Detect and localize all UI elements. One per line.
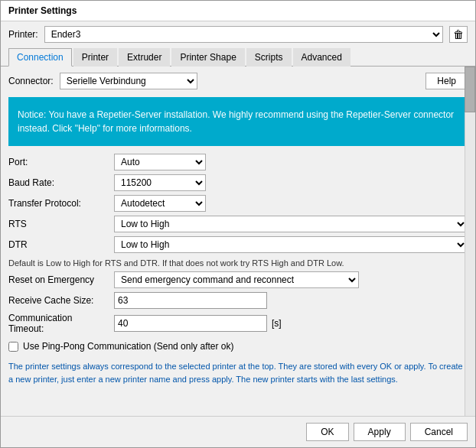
port-select[interactable]: Auto (114, 154, 206, 170)
tab-printer-shape[interactable]: Printer Shape (171, 48, 244, 67)
reset-select[interactable]: Send emergency command and reconnect (114, 271, 359, 288)
notice-text: Notice: You have a Repetier-Server insta… (18, 109, 454, 134)
cache-input[interactable] (114, 292, 267, 309)
dialog-title: Printer Settings (1, 1, 475, 21)
transfer-field: Autodetect (114, 195, 468, 212)
transfer-select[interactable]: Autodetect (114, 195, 206, 212)
tab-content: Connector: Serielle Verbindung Help Noti… (1, 67, 475, 391)
baud-select[interactable]: 115200 (114, 174, 206, 191)
notice-box: Notice: You have a Repetier-Server insta… (8, 97, 468, 146)
connector-left: Connector: Serielle Verbindung (8, 73, 197, 89)
dtr-field: Low to High (114, 236, 468, 253)
dtr-label: DTR (8, 239, 108, 250)
apply-button[interactable]: Apply (354, 423, 406, 441)
pingpong-checkbox[interactable] (8, 342, 18, 352)
timeout-unit: [s] (272, 318, 282, 329)
reset-label: Reset on Emergency (8, 274, 108, 285)
transfer-label: Transfer Protocol: (8, 198, 108, 209)
tab-extruder[interactable]: Extruder (119, 48, 170, 67)
delete-printer-button[interactable]: 🗑 (449, 26, 468, 43)
rts-dtr-hint: Default is Low to High for RTS and DTR. … (8, 258, 468, 268)
cache-field (114, 292, 468, 309)
connector-row: Connector: Serielle Verbindung Help (8, 73, 468, 89)
scrollbar-track[interactable] (465, 67, 475, 416)
cancel-button[interactable]: Cancel (410, 423, 468, 441)
ok-button[interactable]: OK (306, 423, 348, 441)
connector-select[interactable]: Serielle Verbindung (60, 73, 197, 89)
tab-printer[interactable]: Printer (73, 48, 117, 67)
timeout-field: [s] (114, 315, 468, 332)
baud-field: 115200 (114, 174, 468, 191)
printer-label: Printer: (8, 29, 38, 40)
tabs-bar: Connection Printer Extruder Printer Shap… (1, 47, 475, 67)
tab-scripts[interactable]: Scripts (246, 48, 292, 67)
printer-settings-dialog: Printer Settings Printer: Ender3 🗑 Conne… (0, 0, 476, 448)
cache-label: Receive Cache Size: (8, 295, 108, 306)
content-wrapper: Connector: Serielle Verbindung Help Noti… (1, 67, 475, 416)
info-text: The printer settings always correspond t… (8, 360, 468, 385)
pingpong-label: Use Ping-Pong Communication (Send only a… (23, 341, 233, 352)
tab-advanced[interactable]: Advanced (293, 48, 350, 67)
help-button[interactable]: Help (425, 73, 468, 89)
tab-connection[interactable]: Connection (8, 48, 72, 67)
port-label: Port: (8, 157, 108, 167)
baud-label: Baud Rate: (8, 177, 108, 188)
connector-label: Connector: (8, 76, 54, 86)
rts-field: Low to High (114, 216, 468, 232)
timeout-label: Communication Timeout: (8, 313, 108, 334)
reset-field: Send emergency command and reconnect (114, 271, 468, 288)
form-grid: Port: Auto Baud Rate: 115200 Transfer Pr… (8, 154, 468, 385)
pingpong-row: Use Ping-Pong Communication (Send only a… (8, 341, 468, 352)
printer-row: Printer: Ender3 🗑 (1, 21, 475, 47)
timeout-input[interactable] (114, 315, 267, 332)
port-field: Auto (114, 154, 468, 170)
dtr-select[interactable]: Low to High (114, 236, 468, 253)
printer-select[interactable]: Ender3 (44, 26, 443, 43)
bottom-bar: OK Apply Cancel (1, 416, 475, 447)
scrollbar-thumb[interactable] (465, 67, 475, 112)
rts-label: RTS (8, 219, 108, 229)
rts-select[interactable]: Low to High (114, 216, 468, 232)
